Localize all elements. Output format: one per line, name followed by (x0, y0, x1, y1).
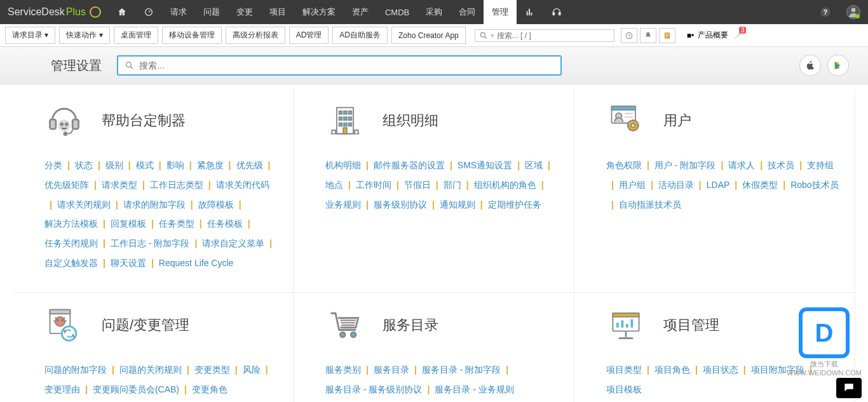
settings-link[interactable]: 紧急度 (197, 156, 224, 175)
settings-search[interactable] (117, 55, 562, 76)
settings-link[interactable]: 请求人 (728, 156, 755, 175)
settings-link[interactable]: 优先级 (236, 156, 263, 175)
toolbar-btn-4[interactable]: 高级分析报表 (226, 27, 285, 44)
settings-search-input[interactable] (139, 60, 554, 70)
toolbar-btn-5[interactable]: AD管理 (289, 27, 329, 44)
settings-link[interactable]: 回复模板 (111, 214, 146, 234)
nav-tab-0[interactable]: 请求 (162, 0, 195, 24)
settings-link[interactable]: 变更类型 (194, 360, 230, 380)
settings-link[interactable]: 服务目录 - 附加字段 (422, 360, 501, 380)
settings-link[interactable]: 变更理由 (44, 380, 80, 399)
settings-link[interactable]: 级别 (105, 156, 123, 175)
settings-link[interactable]: 问题的附加字段 (44, 360, 107, 380)
settings-link[interactable]: SMS通知设置 (458, 156, 512, 175)
nav-tab-9[interactable]: 管理 (484, 0, 517, 24)
settings-link[interactable]: 部门 (444, 175, 461, 195)
help-icon[interactable]: ? (812, 6, 839, 18)
settings-link[interactable]: 项目类型 (606, 360, 642, 380)
settings-link[interactable]: 活动目录 (658, 175, 694, 195)
settings-link[interactable]: 通知规则 (440, 195, 475, 215)
settings-link[interactable]: 请求自定义菜单 (202, 234, 264, 253)
settings-link[interactable]: 服务级别协议 (374, 195, 427, 215)
settings-link[interactable]: 用户组 (619, 175, 646, 195)
settings-link[interactable]: 工作日志 - 附加字段 (111, 234, 189, 253)
settings-link[interactable]: 业务规则 (325, 195, 361, 215)
settings-link[interactable]: 任务关闭规则 (44, 234, 98, 253)
nav-tab-8[interactable]: 合同 (451, 0, 484, 24)
nav-tab-2[interactable]: 变更 (228, 0, 261, 24)
notes-icon[interactable] (659, 28, 675, 43)
settings-link[interactable]: 请求的附加字段 (123, 195, 186, 215)
toolbar-btn-7[interactable]: Zoho Creator App (391, 27, 466, 44)
settings-link[interactable]: 模式 (136, 156, 154, 175)
settings-link[interactable]: 组织机构的角色 (474, 175, 536, 195)
settings-link[interactable]: 服务目录 - 业务规则 (435, 380, 513, 399)
chat-fab[interactable] (836, 378, 862, 398)
settings-link[interactable]: 任务类型 (159, 214, 194, 234)
settings-link[interactable]: 邮件服务器的设置 (374, 156, 445, 175)
support-icon[interactable] (543, 0, 570, 24)
settings-link[interactable]: 服务目录 (374, 360, 409, 380)
pin-icon[interactable]: 3 (732, 30, 742, 41)
nav-tab-7[interactable]: 采购 (417, 0, 451, 24)
settings-link[interactable]: 风险 (243, 360, 261, 380)
settings-link[interactable]: 服务类别 (325, 360, 361, 380)
settings-link[interactable]: 优先级矩阵 (44, 175, 89, 195)
settings-link[interactable]: 项目角色 (654, 360, 690, 380)
toolbar-btn-0[interactable]: 请求目录 ▾ (5, 27, 55, 44)
home-icon[interactable] (109, 0, 135, 24)
settings-link[interactable]: 故障模板 (198, 195, 234, 215)
settings-link[interactable]: 任务模板 (207, 214, 243, 234)
toolbar-btn-6[interactable]: AD自助服务 (332, 27, 388, 44)
settings-link[interactable]: 定期维护任务 (488, 195, 541, 215)
toolbar-btn-1[interactable]: 快速动作 ▾ (59, 27, 109, 44)
settings-link[interactable]: 支持组 (807, 156, 834, 175)
settings-link[interactable]: 变更顾问委员会(CAB) (93, 380, 179, 399)
settings-link[interactable]: 节假日 (404, 175, 431, 195)
settings-link[interactable]: 机构明细 (325, 156, 361, 175)
settings-link[interactable]: 区域 (525, 156, 543, 175)
settings-link[interactable]: 项目模板 (606, 380, 642, 399)
nav-tab-6[interactable]: CMDB (377, 0, 417, 24)
settings-link[interactable]: 工作时间 (356, 175, 391, 195)
toolbar-search-input[interactable] (497, 31, 599, 40)
bell-icon[interactable] (640, 28, 656, 43)
settings-link[interactable]: 聊天设置 (111, 253, 146, 273)
settings-link[interactable]: 服务目录 - 服务级别协议 (325, 380, 422, 399)
appstore-icon[interactable] (799, 55, 821, 76)
brand-logo[interactable]: ServiceDesk Plus (0, 6, 109, 18)
user-avatar[interactable] (839, 5, 868, 19)
settings-link[interactable]: 自定义触发器 (44, 253, 98, 273)
settings-link[interactable]: 请求类型 (102, 175, 137, 195)
settings-link[interactable]: 用户 - 附加字段 (654, 156, 715, 175)
toolbar-btn-3[interactable]: 移动设备管理 (162, 27, 222, 44)
nav-tab-5[interactable]: 资产 (344, 0, 377, 24)
recent-icon[interactable] (621, 28, 637, 43)
settings-link[interactable]: 自动指派技术员 (619, 195, 681, 215)
settings-link[interactable]: 工作日志类型 (150, 175, 203, 195)
settings-link[interactable]: 请求关闭代码 (216, 175, 269, 195)
settings-link[interactable]: 休假类型 (742, 175, 778, 195)
settings-link[interactable]: 角色权限 (606, 156, 642, 175)
playstore-icon[interactable] (827, 55, 849, 76)
settings-link[interactable]: LDAP (707, 175, 730, 195)
nav-tab-4[interactable]: 解决方案 (294, 0, 344, 24)
settings-link[interactable]: 解决方法模板 (44, 214, 98, 234)
toolbar-search[interactable]: ▾ (475, 29, 614, 42)
settings-link[interactable]: 问题的关闭规则 (119, 360, 182, 380)
product-overview[interactable]: ■• 产品概要 3 (687, 30, 742, 41)
dashboard-icon[interactable] (135, 0, 162, 24)
settings-link[interactable]: Request Life Cycle (159, 253, 234, 273)
toolbar-btn-2[interactable]: 桌面管理 (114, 27, 158, 44)
settings-link[interactable]: 请求关闭规则 (57, 195, 111, 215)
reports-icon[interactable] (517, 0, 543, 24)
nav-tab-3[interactable]: 项目 (261, 0, 294, 24)
settings-link[interactable]: 状态 (75, 156, 93, 175)
settings-link[interactable]: 地点 (325, 175, 343, 195)
settings-link[interactable]: 变更角色 (192, 380, 227, 399)
nav-tab-1[interactable]: 问题 (195, 0, 228, 24)
settings-link[interactable]: 项目状态 (703, 360, 738, 380)
settings-link[interactable]: 技术员 (768, 156, 794, 175)
settings-link[interactable]: 分类 (44, 156, 62, 175)
settings-link[interactable]: Robo技术员 (790, 175, 838, 195)
